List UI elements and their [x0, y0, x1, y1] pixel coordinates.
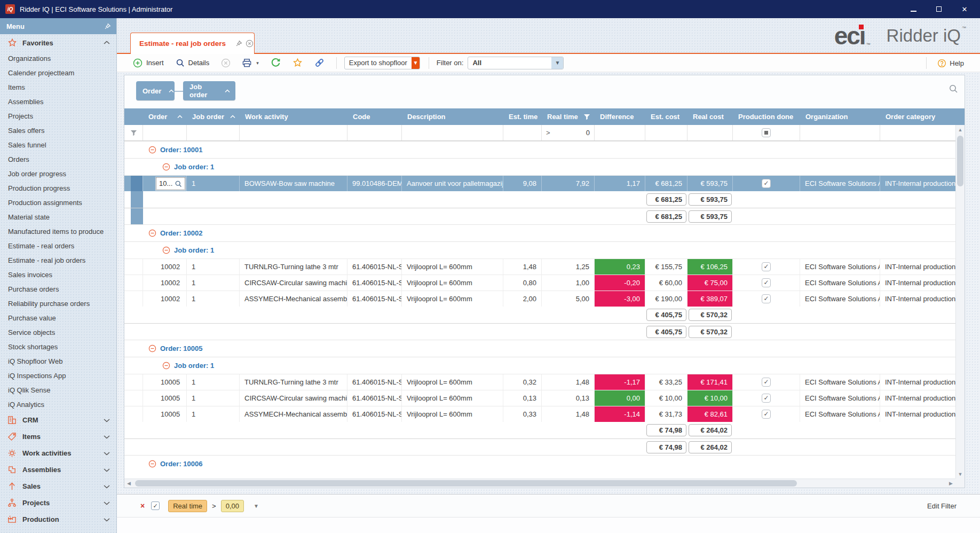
cell-job-order[interactable]: 1	[187, 374, 240, 390]
cell-production-done[interactable]: ✓	[733, 275, 800, 291]
remove-filter-icon[interactable]: ×	[140, 501, 145, 510]
group-button-order[interactable]: Order	[136, 81, 175, 100]
cell-real-cost[interactable]: € 106,25	[687, 259, 733, 275]
cell-code[interactable]: 61.406015-NL-SN	[347, 259, 402, 275]
filter-checkbox-indeterminate[interactable]	[762, 128, 771, 137]
filter-cell-job-order[interactable]	[187, 125, 240, 140]
sidebar-item-sales-funnel[interactable]: Sales funnel	[0, 138, 116, 152]
cell-organization[interactable]: ECI Software Solutions AS	[800, 406, 880, 422]
cell-order-category[interactable]: INT-Internal productionor	[880, 275, 957, 291]
collapse-icon[interactable]	[162, 163, 170, 171]
order-group-row[interactable]: Order: 10001	[124, 141, 957, 158]
cell-difference[interactable]: 0,00	[595, 390, 645, 406]
column-header-order[interactable]: Order	[143, 108, 187, 125]
sidebar-item-stock-shortages[interactable]: Stock shortages	[0, 340, 116, 354]
filter-cell-est-time[interactable]	[503, 125, 542, 140]
sidebar-item-sales-offers[interactable]: Sales offers	[0, 123, 116, 138]
cell-job-order[interactable]: 1	[187, 291, 240, 307]
cell-order[interactable]: 10...	[143, 176, 187, 191]
cell-est-cost[interactable]: € 190,00	[645, 291, 687, 307]
filter-cell-real-time[interactable]: >0	[542, 125, 595, 140]
print-button[interactable]: ▾	[242, 58, 259, 68]
cell-est-time[interactable]: 1,48	[503, 259, 542, 275]
cell-real-cost[interactable]: € 389,07	[687, 291, 733, 307]
column-header-work-activity[interactable]: Work activity	[240, 108, 347, 125]
cell-organization[interactable]: ECI Software Solutions AS	[800, 275, 880, 291]
grid-row[interactable]: 100051CIRCSAW-Circular sawing machine61.…	[124, 390, 957, 406]
favorite-star-button[interactable]	[293, 58, 303, 68]
horizontal-scrollbar[interactable]: ◀ ▶	[124, 479, 955, 488]
sidebar-item-organizations[interactable]: Organizations	[0, 51, 116, 66]
cell-description[interactable]: Vrijlooprol L= 600mm	[402, 291, 503, 307]
collapse-icon[interactable]	[162, 362, 170, 370]
horizontal-scroll-thumb[interactable]	[135, 480, 797, 487]
cell-production-done[interactable]: ✓	[733, 291, 800, 307]
cell-description[interactable]: Aanvoer unit voor palletmagazijn	[402, 176, 503, 191]
filter-cell-real-cost[interactable]	[687, 125, 733, 140]
column-header-est-time[interactable]: Est. time	[503, 108, 542, 125]
job-order-group-row[interactable]: Job order: 1	[124, 357, 957, 374]
filter-field-token[interactable]: Real time	[168, 500, 207, 512]
group-button-job-order[interactable]: Job order	[183, 81, 235, 100]
collapse-icon[interactable]	[148, 460, 156, 468]
sidebar-group-production[interactable]: Production	[0, 511, 116, 528]
cell-order-category[interactable]: INT-Internal productionor	[880, 406, 957, 422]
production-done-checkbox[interactable]: ✓	[762, 179, 771, 188]
cell-job-order[interactable]: 1	[187, 176, 240, 191]
cell-real-time[interactable]: 0,13	[542, 390, 595, 406]
cell-real-cost[interactable]: € 10,00	[687, 390, 733, 406]
refresh-button[interactable]	[271, 58, 281, 68]
sidebar-item-manufactured-items-to-produce[interactable]: Manufactured items to produce	[0, 224, 116, 239]
cell-real-cost[interactable]: € 82,61	[687, 406, 733, 422]
cell-production-done[interactable]: ✓	[733, 259, 800, 275]
grid-header-row[interactable]: OrderJob orderWork activityCodeDescripti…	[124, 108, 965, 125]
cell-organization[interactable]: ECI Software Solutions AS	[800, 259, 880, 275]
column-header-organization[interactable]: Organization	[800, 108, 880, 125]
production-done-checkbox[interactable]: ✓	[762, 394, 771, 403]
cell-difference[interactable]: -0,20	[595, 275, 645, 291]
cell-organization[interactable]: ECI Software Solutions AS	[800, 291, 880, 307]
cell-est-cost[interactable]: € 681,25	[645, 176, 687, 191]
sidebar-item-purchase-value[interactable]: Purchase value	[0, 311, 116, 325]
cell-est-time[interactable]: 0,80	[503, 275, 542, 291]
filter-cell-production-done[interactable]	[733, 125, 800, 140]
export-dropdown[interactable]: Export to shopfloor ▼	[344, 57, 420, 69]
cell-est-cost[interactable]: € 10,00	[645, 390, 687, 406]
sidebar-item-iq-shopfloor-web[interactable]: iQ Shopfloor Web	[0, 354, 116, 369]
column-header-difference[interactable]: Difference	[595, 108, 645, 125]
cell-work-activity[interactable]: ASSYMECH-Mechanical assembly	[240, 291, 347, 307]
sidebar-group-items[interactable]: Items	[0, 428, 116, 445]
grid-row[interactable]: 100051TURNLRG-Turning lathe 3 mtr61.4060…	[124, 374, 957, 390]
filter-operator-gt[interactable]: >	[546, 129, 550, 137]
cell-difference[interactable]: 0,23	[595, 259, 645, 275]
scroll-down-arrow[interactable]: ▼	[956, 469, 965, 479]
cell-difference[interactable]: -1,14	[595, 406, 645, 422]
cell-work-activity[interactable]: CIRCSAW-Circular sawing machine	[240, 275, 347, 291]
cell-code[interactable]: 61.406015-NL-SN	[347, 406, 402, 422]
sidebar-group-sales[interactable]: Sales	[0, 478, 116, 495]
sidebar-item-production-progress[interactable]: Production progress	[0, 181, 116, 195]
vertical-scrollbar[interactable]: ▲ ▼	[955, 125, 965, 479]
sidebar-group-crm[interactable]: CRM	[0, 412, 116, 428]
sidebar-item-iq-analytics[interactable]: iQ Analytics	[0, 397, 116, 412]
sidebar-item-orders[interactable]: Orders	[0, 152, 116, 167]
sidebar-item-job-order-progress[interactable]: Job order progress	[0, 167, 116, 181]
column-filter-icon[interactable]	[583, 114, 590, 120]
cell-production-done[interactable]: ✓	[733, 374, 800, 390]
job-order-group-row[interactable]: Job order: 1	[124, 241, 957, 258]
filter-cell-organization[interactable]	[800, 125, 880, 140]
grid-row[interactable]: 100021TURNLRG-Turning lathe 3 mtr61.4060…	[124, 258, 957, 275]
cell-difference[interactable]: -3,00	[595, 291, 645, 307]
cell-difference[interactable]: -1,17	[595, 374, 645, 390]
job-order-group-row[interactable]: Job order: 1	[124, 158, 957, 175]
cell-order-category[interactable]: INT-Internal productionor	[880, 259, 957, 275]
cell-description[interactable]: Vrijlooprol L= 600mm	[402, 390, 503, 406]
filter-cell-work-activity[interactable]	[240, 125, 347, 140]
column-header-code[interactable]: Code	[347, 108, 402, 125]
cell-difference[interactable]: 1,17	[595, 176, 645, 191]
cell-est-time[interactable]: 0,13	[503, 390, 542, 406]
sidebar-item-service-objects[interactable]: Service objects	[0, 325, 116, 340]
cell-organization[interactable]: ECI Software Solutions AS	[800, 390, 880, 406]
scroll-right-arrow[interactable]: ▶	[946, 479, 955, 488]
sidebar-item-material-state[interactable]: Material state	[0, 210, 116, 224]
